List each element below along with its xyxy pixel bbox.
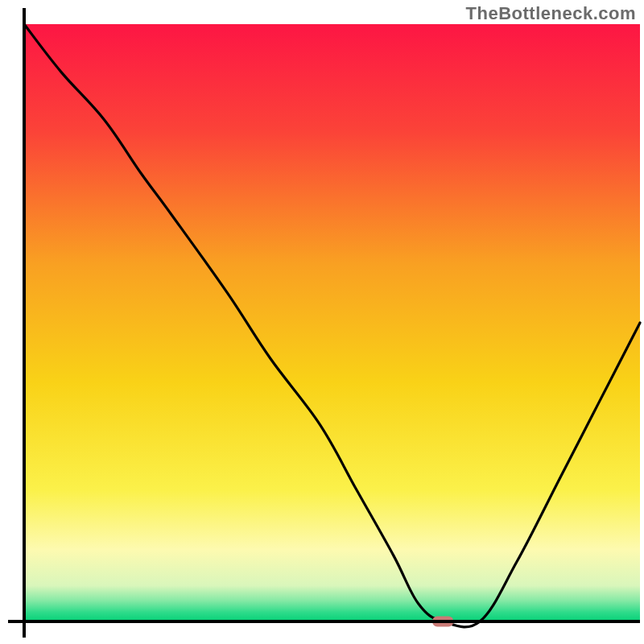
bottleneck-chart bbox=[0, 0, 644, 644]
plot-area bbox=[8, 8, 640, 638]
gradient-fill bbox=[24, 24, 640, 621]
watermark-text: TheBottleneck.com bbox=[466, 3, 636, 24]
chart-container: TheBottleneck.com bbox=[0, 0, 644, 644]
